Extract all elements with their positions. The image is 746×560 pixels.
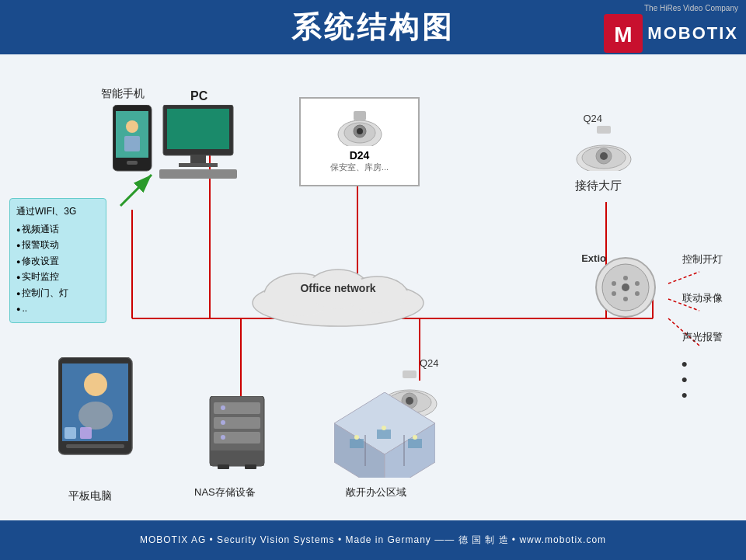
office-floor-icon: [334, 392, 435, 478]
svg-rect-49: [214, 402, 260, 414]
svg-point-80: [635, 281, 640, 286]
footer-text: MOBOTIX AG • Security Vision Systems • M…: [140, 534, 606, 547]
feature-monitor: 实时监控: [16, 269, 99, 284]
office-network-cloud: Office network: [245, 260, 431, 330]
control-light-label: 控制开灯: [682, 252, 723, 266]
nas-icon: [206, 396, 268, 474]
svg-rect-56: [218, 464, 229, 469]
office-floor-label: 敞开办公区域: [346, 485, 406, 499]
svg-point-52: [221, 405, 225, 410]
svg-rect-22: [190, 155, 206, 163]
tagline: The HiRes Video Company: [644, 4, 738, 12]
svg-point-68: [413, 435, 417, 440]
svg-point-83: [635, 291, 640, 296]
svg-rect-29: [354, 111, 366, 120]
cloud-icon: [245, 260, 431, 330]
svg-point-82: [623, 297, 628, 301]
tablet-label: 平板电脑: [68, 489, 112, 503]
feature-more: ..: [16, 301, 99, 316]
alarm-label: 声光报警: [682, 330, 723, 344]
brand-name: MOBOTIX: [647, 23, 738, 43]
svg-text:M: M: [615, 23, 633, 47]
pc-label: PC: [190, 89, 207, 103]
d24-camera-icon: [336, 111, 383, 146]
svg-rect-75: [80, 427, 92, 439]
bullet2: ●: [682, 373, 688, 385]
svg-rect-65: [408, 439, 422, 448]
reception-q24-label: Q24: [583, 113, 602, 124]
svg-point-53: [221, 420, 225, 425]
svg-point-84: [622, 283, 629, 291]
svg-rect-21: [167, 109, 229, 149]
wifi-label: 通过WIFI、3G: [16, 205, 99, 218]
svg-point-41: [600, 152, 608, 160]
svg-point-28: [357, 128, 363, 134]
d24-sublabel: 保安室、库房...: [330, 162, 389, 173]
wifi-features-panel: 通过WIFI、3G 视频通话 报警联动 修改设置 实时监控 控制门、灯 ..: [9, 198, 106, 323]
svg-rect-51: [214, 432, 260, 443]
network-label: Office network: [300, 282, 375, 294]
svg-point-54: [221, 435, 225, 440]
svg-point-81: [612, 291, 616, 296]
svg-rect-47: [403, 370, 417, 378]
svg-rect-19: [127, 161, 138, 165]
mobotix-logo: M MOBOTIX: [604, 14, 738, 53]
footer: MOBOTIX AG • Security Vision Systems • M…: [0, 520, 746, 560]
svg-rect-24: [159, 169, 237, 179]
header: 系统结构图 The HiRes Video Company M MOBOTIX: [0, 0, 746, 54]
svg-point-78: [612, 281, 616, 286]
smartphone-label: 智能手机: [101, 87, 145, 101]
svg-point-79: [623, 276, 628, 280]
feature-settings: 修改设置: [16, 253, 99, 269]
floor-q24-label: Q24: [420, 357, 439, 369]
tablet-icon: [58, 357, 136, 462]
mobotix-icon: M: [604, 14, 643, 53]
bullet3: ●: [682, 388, 688, 401]
logo-area: The HiRes Video Company M MOBOTIX: [604, 4, 738, 53]
feature-alarm: 报警联动: [16, 237, 99, 252]
svg-line-10: [668, 272, 699, 283]
smartphone-icon: [113, 105, 155, 175]
svg-point-72: [78, 402, 113, 430]
bullet1: ●: [682, 357, 688, 370]
camera-d24-box: D24 保安室、库房...: [299, 97, 420, 186]
page-title: 系统结构图: [291, 8, 455, 47]
svg-line-13: [120, 175, 152, 206]
d24-label: D24: [350, 149, 370, 162]
extio-icon: [594, 256, 657, 318]
svg-rect-74: [64, 427, 76, 439]
pc-icon: [155, 105, 241, 183]
svg-rect-50: [214, 417, 260, 429]
feature-video: 视频通话: [16, 221, 99, 237]
svg-rect-73: [66, 444, 124, 448]
reception-label: 接待大厅: [575, 179, 622, 193]
svg-point-17: [126, 120, 138, 133]
linked-record-label: 联动录像: [682, 291, 723, 305]
features-list: 视频通话 报警联动 修改设置 实时监控 控制门、灯 ..: [16, 221, 99, 316]
svg-rect-57: [245, 464, 256, 469]
q24-reception-icon: [575, 124, 633, 171]
svg-rect-64: [377, 430, 391, 439]
svg-rect-23: [179, 163, 218, 167]
feature-control: 控制门、灯: [16, 285, 99, 301]
svg-point-71: [84, 373, 107, 396]
main-content: 通过WIFI、3G 视频通话 报警联动 修改设置 实时监控 控制门、灯 .. 智…: [0, 54, 746, 520]
svg-rect-63: [350, 439, 364, 448]
svg-point-66: [354, 435, 359, 440]
svg-rect-18: [124, 136, 140, 151]
svg-point-67: [382, 426, 386, 430]
nas-label: NAS存储设备: [194, 485, 256, 499]
svg-rect-42: [597, 126, 611, 134]
svg-rect-55: [210, 450, 264, 466]
